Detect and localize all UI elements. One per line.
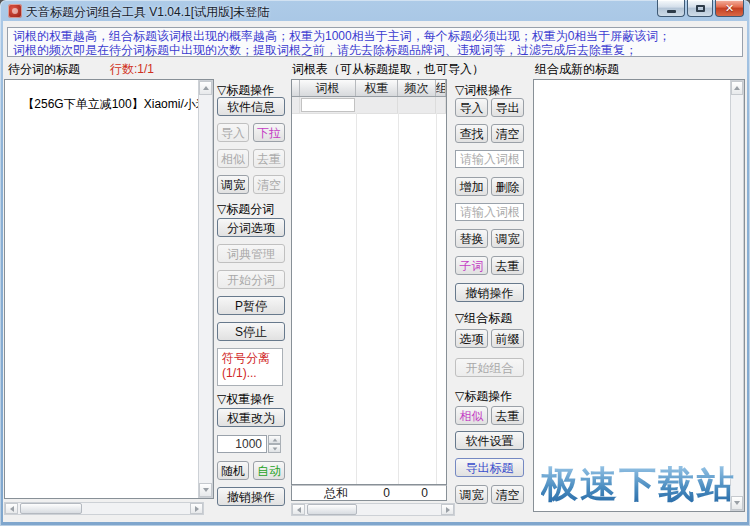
- cell-weight[interactable]: [356, 97, 398, 113]
- scroll-left-icon: [10, 506, 14, 512]
- scroll-up-button[interactable]: [199, 81, 212, 95]
- notice-line2: 词根的频次即是在待分词标题中出现的次数；提取词根之前，请先去除标题品牌词、违规词…: [13, 43, 737, 57]
- weight-input[interactable]: [217, 435, 267, 453]
- scroll-up-icon: [203, 86, 209, 90]
- cell-combine[interactable]: [436, 97, 446, 113]
- table-new-row[interactable]: [292, 97, 446, 114]
- app-icon: [8, 4, 22, 18]
- col-freq[interactable]: 频次: [398, 80, 436, 96]
- sum-label: 总和: [292, 486, 354, 500]
- weight-change-button[interactable]: 权重改为: [217, 408, 285, 427]
- scroll-up-icon: [734, 86, 740, 90]
- scroll-left-button[interactable]: [5, 503, 18, 514]
- titles-vertical-scrollbar[interactable]: [198, 80, 213, 498]
- col-root[interactable]: 词根: [300, 80, 356, 96]
- col-weight[interactable]: 权重: [356, 80, 398, 96]
- table-horizontal-scrollbar[interactable]: [291, 503, 455, 516]
- root-input-2[interactable]: [455, 203, 524, 221]
- close-button[interactable]: ✕: [715, 0, 744, 17]
- software-settings-button[interactable]: 软件设置: [455, 431, 524, 450]
- scroll-left-button[interactable]: [292, 504, 305, 515]
- scroll-right-button[interactable]: [441, 504, 454, 515]
- grid-line: [398, 113, 399, 484]
- stepper-down-button[interactable]: [268, 444, 281, 453]
- app-window: 天音标题分词组合工具 V1.04.1[试用版]未登陆 ✕ 词根的权重越高，组合标…: [0, 0, 750, 526]
- titles-textarea[interactable]: 【256G下单立减100】Xiaomi/小米 小: [4, 79, 214, 499]
- status-line2: (1/1)...: [222, 366, 278, 381]
- start-combine-button[interactable]: 开始组合: [455, 358, 524, 377]
- widen-roots-button[interactable]: 调宽: [491, 229, 524, 248]
- clear-titles-button[interactable]: 清空: [253, 175, 285, 194]
- stepper-down-icon: [272, 447, 277, 450]
- random-weight-button[interactable]: 随机: [217, 461, 249, 480]
- subword-button[interactable]: 子词: [455, 256, 488, 275]
- titles-horizontal-scrollbar[interactable]: [4, 502, 204, 515]
- widen-titles-button[interactable]: 调宽: [217, 175, 249, 194]
- find-root-button[interactable]: 查找: [455, 124, 488, 143]
- export-titles-button[interactable]: 导出标题: [455, 458, 524, 477]
- weight-stepper[interactable]: [268, 435, 281, 453]
- stop-button[interactable]: S停止: [217, 322, 285, 341]
- pause-button[interactable]: P暂停: [217, 296, 285, 315]
- scroll-right-icon: [195, 506, 199, 512]
- section-weight: ▽权重操作: [217, 391, 274, 408]
- result-vertical-scrollbar[interactable]: [730, 80, 744, 511]
- start-segment-button[interactable]: 开始分词: [217, 270, 285, 289]
- root-table[interactable]: 词根 权重 频次 组: [291, 79, 447, 485]
- replace-root-button[interactable]: 替换: [455, 229, 488, 248]
- window-title: 天音标题分词组合工具 V1.04.1[试用版]未登陆: [26, 4, 269, 21]
- segment-options-button[interactable]: 分词选项: [217, 218, 285, 237]
- scroll-right-button[interactable]: [190, 503, 203, 514]
- col-combine[interactable]: 组: [436, 80, 446, 96]
- undo-roots-button[interactable]: 撤销操作: [455, 283, 524, 302]
- scroll-left-icon: [297, 507, 301, 513]
- table-title: 词根表（可从标题提取，也可导入）: [292, 61, 484, 78]
- dropdown-button[interactable]: 下拉: [253, 123, 285, 142]
- table-sum-row: 总和 0 0: [291, 485, 447, 501]
- stepper-up-button[interactable]: [268, 435, 281, 444]
- notice-banner: 词根的权重越高，组合标题该词根出现的概率越高；权重为1000相当于主词，每个标题…: [7, 27, 743, 57]
- dedupe-results-button[interactable]: 去重: [491, 406, 524, 425]
- section-root-ops: ▽词根操作: [455, 82, 512, 99]
- sum-freq: 0: [396, 486, 434, 500]
- dedupe-titles-button[interactable]: 去重: [253, 149, 285, 168]
- prefix-button[interactable]: 前缀: [491, 329, 524, 348]
- row-selector-cell[interactable]: [292, 97, 300, 113]
- notice-line1: 词根的权重越高，组合标题该词根出现的概率越高；权重为1000相当于主词，每个标题…: [13, 29, 737, 43]
- scroll-down-button[interactable]: [199, 483, 212, 497]
- minimize-icon: [667, 10, 676, 13]
- titles-text: 【256G下单立减100】Xiaomi/小米 小: [22, 97, 214, 111]
- import-roots-button[interactable]: 导入: [455, 98, 488, 117]
- auto-weight-button[interactable]: 自动: [253, 461, 285, 480]
- delete-root-button[interactable]: 删除: [491, 177, 524, 196]
- status-box: 符号分离 (1/1)...: [217, 348, 283, 386]
- scrollbar-thumb[interactable]: [20, 503, 82, 514]
- clear-roots-button[interactable]: 清空: [491, 124, 524, 143]
- export-roots-button[interactable]: 导出: [491, 98, 524, 117]
- widen-results-button[interactable]: 调宽: [455, 485, 488, 504]
- undo-weight-button[interactable]: 撤销操作: [217, 487, 285, 506]
- scrollbar-thumb[interactable]: [307, 504, 357, 515]
- dedupe-roots-button[interactable]: 去重: [491, 256, 524, 275]
- software-info-button[interactable]: 软件信息: [217, 97, 285, 116]
- result-panel-title: 组合成新的标题: [535, 61, 619, 78]
- similar-titles-button[interactable]: 相似: [217, 149, 249, 168]
- maximize-button[interactable]: [687, 0, 713, 17]
- row-selector-header: [292, 80, 300, 96]
- cell-freq[interactable]: [398, 97, 436, 113]
- clear-results-button[interactable]: 清空: [491, 485, 524, 504]
- result-textarea[interactable]: [533, 79, 745, 512]
- add-root-button[interactable]: 增加: [455, 177, 488, 196]
- similar-results-button[interactable]: 相似: [455, 406, 488, 425]
- edit-cell[interactable]: [301, 98, 355, 112]
- row-count-label: 行数:1/1: [110, 61, 154, 78]
- dict-manage-button[interactable]: 词典管理: [217, 244, 285, 263]
- watermark: 极速下载站: [541, 460, 736, 510]
- root-input-1[interactable]: [455, 150, 524, 168]
- sum-weight: 0: [354, 486, 396, 500]
- minimize-button[interactable]: [657, 0, 685, 17]
- combine-options-button[interactable]: 选项: [455, 329, 488, 348]
- import-titles-button[interactable]: 导入: [217, 123, 249, 142]
- scroll-up-button[interactable]: [731, 81, 743, 95]
- table-header-row: 词根 权重 频次 组: [292, 80, 446, 97]
